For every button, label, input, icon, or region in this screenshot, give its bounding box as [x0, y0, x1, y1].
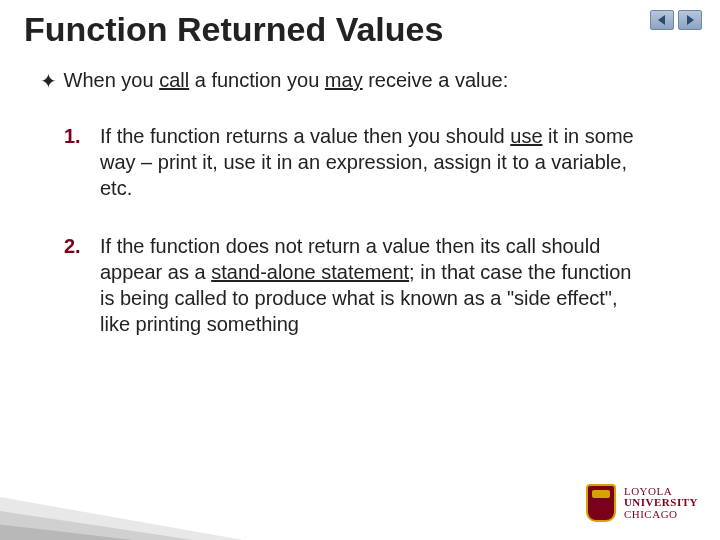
svg-marker-2 [0, 490, 300, 540]
svg-marker-4 [0, 520, 220, 540]
intro-text-mid: a function you [189, 69, 325, 91]
page-title: Function Returned Values [0, 0, 720, 55]
underline-standalone: stand-alone statement [211, 261, 409, 283]
item-number: 1. [64, 123, 100, 201]
svg-marker-1 [687, 15, 694, 25]
intro-underline-call: call [159, 69, 189, 91]
intro-text-pre: When you [64, 69, 160, 91]
nav-arrows [650, 10, 702, 30]
list-item: 1. If the function returns a value then … [64, 123, 644, 201]
item-number: 2. [64, 233, 100, 337]
svg-marker-3 [0, 505, 260, 540]
item-text: If the function does not return a value … [100, 233, 644, 337]
intro-line: ✦ When you call a function you may recei… [40, 69, 720, 93]
arrow-right-icon [684, 14, 696, 26]
svg-marker-0 [658, 15, 665, 25]
logo-text: LOYOLA UNIVERSITY CHICAGO [624, 486, 698, 521]
intro-underline-may: may [325, 69, 363, 91]
list-item: 2. If the function does not return a val… [64, 233, 644, 337]
arrow-left-icon [656, 14, 668, 26]
decorative-wedge [0, 430, 300, 540]
numbered-list: 1. If the function returns a value then … [64, 123, 644, 337]
next-button[interactable] [678, 10, 702, 30]
loyola-logo: LOYOLA UNIVERSITY CHICAGO [586, 484, 698, 522]
intro-text-post: receive a value: [363, 69, 509, 91]
prev-button[interactable] [650, 10, 674, 30]
bullet-icon: ✦ [40, 69, 58, 93]
crest-icon [586, 484, 616, 522]
underline-use: use [510, 125, 542, 147]
item-text: If the function returns a value then you… [100, 123, 644, 201]
